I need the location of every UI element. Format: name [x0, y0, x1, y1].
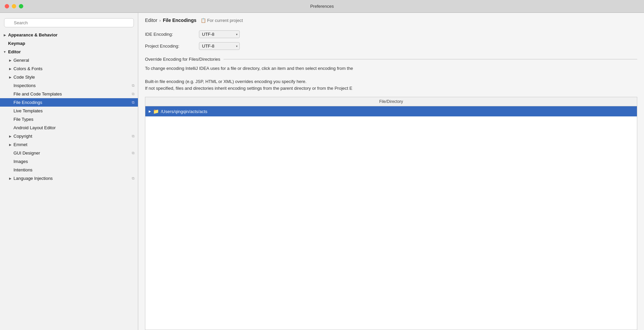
folder-icon: 📁 [153, 109, 159, 114]
sidebar-item-label: Colors & Fonts [13, 66, 135, 71]
copy-icon: ⧉ [132, 176, 135, 181]
row-path: /Users/qingqin/acts/acts [161, 109, 207, 114]
section-divider-label: Override Encoding for Files/Directories [145, 57, 220, 62]
arrow-icon: ▶ [8, 176, 12, 181]
search-container: 🔍 [0, 16, 138, 31]
sidebar-item-label: Live Templates [13, 108, 135, 113]
sidebar-item-label: File and Code Templates [13, 91, 135, 97]
sidebar-item-file-code-templates[interactable]: File and Code Templates ⧉ [0, 90, 138, 98]
sidebar-item-label: Keymap [8, 41, 135, 46]
sidebar-item-android-layout-editor[interactable]: Android Layout Editor [0, 123, 138, 132]
project-encoding-row: Project Encoding: UTF-8 UTF-16 ISO-8859-… [145, 42, 637, 50]
file-directory-table: File/Directory ▶ 📁 /Users/qingqin/acts/a… [145, 97, 637, 330]
sidebar-item-label: Inspections [13, 83, 135, 88]
arrow-icon [8, 84, 12, 88]
close-button[interactable] [5, 4, 9, 8]
settings-form: IDE Encoding: UTF-8 UTF-16 ISO-8859-1 US… [138, 27, 644, 54]
sidebar-item-label: Images [13, 159, 135, 164]
sidebar-item-label: Android Layout Editor [13, 125, 135, 130]
window-controls [5, 4, 23, 8]
arrow-icon: ▼ [3, 50, 7, 54]
copy-icon: ⧉ [132, 100, 135, 105]
breadcrumb-separator: › [159, 18, 161, 23]
sidebar-item-appearance-behavior[interactable]: ▶ Appearance & Behavior [0, 31, 138, 39]
project-encoding-select[interactable]: UTF-8 UTF-16 ISO-8859-1 US-ASCII System … [199, 42, 240, 50]
ide-encoding-select-wrapper: UTF-8 UTF-16 ISO-8859-1 US-ASCII System … [199, 30, 240, 38]
arrow-icon [8, 151, 12, 155]
project-encoding-label: Project Encoding: [145, 44, 199, 49]
arrow-icon [8, 92, 12, 96]
info-line-1: To change encoding IntelliJ IDEA uses fo… [145, 65, 637, 72]
sidebar-item-label: File Types [13, 117, 135, 122]
section-divider: Override Encoding for Files/Directories [145, 57, 637, 62]
table-row[interactable]: ▶ 📁 /Users/qingqin/acts/acts [145, 106, 637, 116]
info-line-2: Built-in file encoding (e.g. JSP, HTML o… [145, 78, 637, 85]
breadcrumb-project: 📋 For current project [201, 18, 243, 23]
sidebar-item-keymap[interactable]: Keymap [0, 39, 138, 48]
divider-line [224, 59, 637, 59]
sidebar-item-colors-fonts[interactable]: ▶ Colors & Fonts [0, 64, 138, 73]
arrow-icon [8, 109, 12, 113]
sidebar-item-live-templates[interactable]: Live Templates [0, 107, 138, 115]
arrow-icon [8, 101, 12, 105]
sidebar-item-editor[interactable]: ▼ Editor [0, 48, 138, 56]
minimize-button[interactable] [12, 4, 16, 8]
sidebar-item-label: Copyright [13, 134, 135, 139]
sidebar-item-label: General [13, 58, 135, 63]
window-title: Preferences [310, 4, 334, 9]
arrow-icon [8, 117, 12, 121]
arrow-icon: ▶ [8, 75, 12, 79]
project-icon: 📋 [201, 18, 206, 23]
maximize-button[interactable] [19, 4, 23, 8]
sidebar-item-label: GUI Designer [13, 150, 135, 156]
sidebar-item-code-style[interactable]: ▶ Code Style [0, 73, 138, 81]
arrow-icon: ▶ [8, 58, 12, 62]
info-text: To change encoding IntelliJ IDEA uses fo… [138, 65, 644, 94]
row-arrow-icon: ▶ [149, 110, 151, 113]
ide-encoding-row: IDE Encoding: UTF-8 UTF-16 ISO-8859-1 US… [145, 30, 637, 38]
sidebar-item-images[interactable]: Images [0, 157, 138, 166]
arrow-icon [8, 160, 12, 164]
copy-icon: ⧉ [132, 83, 135, 88]
sidebar-item-label: Code Style [13, 75, 135, 80]
info-line-3: If not specified, files and directories … [145, 85, 637, 92]
sidebar-item-label: Language Injections [13, 176, 135, 181]
copy-icon: ⧉ [132, 134, 135, 138]
arrow-icon [3, 42, 7, 46]
sidebar-item-label: File Encodings [13, 100, 135, 105]
sidebar-item-intentions[interactable]: Intentions [0, 166, 138, 174]
sidebar-item-label: Editor [8, 49, 135, 54]
copy-icon: ⧉ [132, 92, 135, 96]
sidebar: 🔍 ▶ Appearance & Behavior Keymap ▼ Edito… [0, 13, 138, 330]
main-layout: 🔍 ▶ Appearance & Behavior Keymap ▼ Edito… [0, 13, 644, 330]
copy-icon: ⧉ [132, 151, 135, 155]
search-input[interactable] [4, 18, 134, 27]
sidebar-item-file-types[interactable]: File Types [0, 115, 138, 123]
table-header: File/Directory [145, 97, 637, 106]
content-header: Editor › File Encodings 📋 For current pr… [138, 13, 644, 27]
content-area: Editor › File Encodings 📋 For current pr… [138, 13, 644, 330]
ide-encoding-label: IDE Encoding: [145, 32, 199, 37]
col-header-file-directory: File/Directory [145, 97, 637, 106]
arrow-icon: ▶ [8, 143, 12, 147]
sidebar-item-emmet[interactable]: ▶ Emmet [0, 140, 138, 149]
sidebar-item-language-injections[interactable]: ▶ Language Injections ⧉ [0, 174, 138, 183]
sidebar-item-gui-designer[interactable]: GUI Designer ⧉ [0, 149, 138, 157]
sidebar-item-label: Intentions [13, 167, 135, 172]
arrow-icon: ▶ [8, 67, 12, 71]
breadcrumb-current: File Encodings [163, 18, 197, 23]
sidebar-item-inspections[interactable]: Inspections ⧉ [0, 81, 138, 90]
arrow-icon [8, 126, 12, 130]
sidebar-item-copyright[interactable]: ▶ Copyright ⧉ [0, 132, 138, 140]
breadcrumb-project-label: For current project [207, 18, 243, 23]
ide-encoding-select[interactable]: UTF-8 UTF-16 ISO-8859-1 US-ASCII System … [199, 30, 240, 38]
search-wrapper: 🔍 [4, 18, 134, 27]
sidebar-item-general[interactable]: ▶ General [0, 56, 138, 64]
table-body[interactable]: ▶ 📁 /Users/qingqin/acts/acts [145, 106, 637, 330]
sidebar-item-label: Appearance & Behavior [8, 32, 135, 37]
arrow-icon [8, 168, 12, 172]
sidebar-item-file-encodings[interactable]: File Encodings ⧉ [0, 98, 138, 107]
titlebar: Preferences [0, 0, 644, 13]
sidebar-item-label: Emmet [13, 142, 135, 147]
arrow-icon: ▶ [8, 134, 12, 138]
